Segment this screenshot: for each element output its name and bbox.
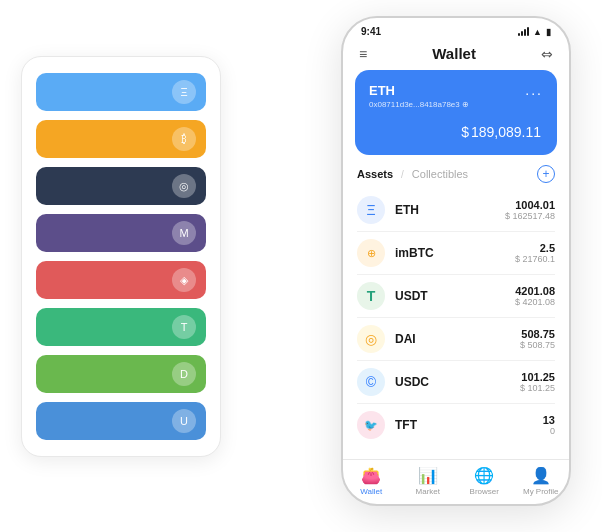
wallet-nav-icon: 👛 (361, 466, 381, 485)
asset-usd-dai: $ 508.75 (520, 340, 555, 350)
card-item[interactable]: U (36, 402, 206, 440)
status-time: 9:41 (361, 26, 381, 37)
asset-name-tft: TFT (395, 418, 543, 432)
card-item[interactable]: D (36, 355, 206, 393)
card-icon: Ξ (172, 80, 196, 104)
tab-collectibles[interactable]: Collectibles (412, 168, 468, 180)
asset-row-imbtc[interactable]: ⊕ imBTC 2.5 $ 21760.1 (357, 232, 555, 275)
asset-row-dai[interactable]: ◎ DAI 508.75 $ 508.75 (357, 318, 555, 361)
asset-icon-imbtc: ⊕ (357, 239, 385, 267)
phone-header: ≡ Wallet ⇔ (343, 41, 569, 70)
phone: 9:41 ▲ ▮ ≡ Wallet ⇔ ETH ... (341, 16, 571, 506)
asset-icon-usdt: T (357, 282, 385, 310)
asset-amount-eth: 1004.01 (505, 199, 555, 211)
card-item[interactable]: T (36, 308, 206, 346)
eth-card-top: ETH ... (369, 82, 543, 98)
asset-name-usdc: USDC (395, 375, 520, 389)
asset-amounts-usdt: 4201.08 $ 4201.08 (515, 285, 555, 307)
eth-address: 0x08711d3e...8418a78e3 ⊕ (369, 100, 543, 109)
asset-amounts-tft: 13 0 (543, 414, 555, 436)
asset-amounts-imbtc: 2.5 $ 21760.1 (515, 242, 555, 264)
menu-icon[interactable]: ≡ (359, 46, 367, 62)
nav-item-browser[interactable]: 🌐 Browser (456, 466, 513, 496)
card-item[interactable]: ₿ (36, 120, 206, 158)
tab-divider: / (401, 169, 404, 180)
card-stack: Ξ ₿ ◎ M ◈ T D U (21, 56, 221, 457)
tab-assets[interactable]: Assets (357, 168, 393, 180)
asset-icon-usdc: © (357, 368, 385, 396)
asset-icon-eth: Ξ (357, 196, 385, 224)
eth-more-icon[interactable]: ... (525, 82, 543, 98)
assets-tabs: Assets / Collectibles (357, 168, 468, 180)
expand-icon[interactable]: ⇔ (541, 46, 553, 62)
assets-header: Assets / Collectibles + (343, 165, 569, 189)
asset-list: Ξ ETH 1004.01 $ 162517.48 ⊕ imBTC 2.5 $ … (343, 189, 569, 459)
card-icon: ◎ (172, 174, 196, 198)
eth-balance: $189,089.11 (369, 117, 543, 143)
asset-amounts-dai: 508.75 $ 508.75 (520, 328, 555, 350)
wifi-icon: ▲ (533, 27, 542, 37)
market-nav-label: Market (416, 487, 440, 496)
asset-name-usdt: USDT (395, 289, 515, 303)
nav-item-profile[interactable]: 👤 My Profile (513, 466, 570, 496)
card-icon: D (172, 362, 196, 386)
asset-amount-dai: 508.75 (520, 328, 555, 340)
battery-icon: ▮ (546, 27, 551, 37)
asset-amount-tft: 13 (543, 414, 555, 426)
eth-card[interactable]: ETH ... 0x08711d3e...8418a78e3 ⊕ $189,08… (355, 70, 557, 155)
asset-usd-eth: $ 162517.48 (505, 211, 555, 221)
asset-amounts-eth: 1004.01 $ 162517.48 (505, 199, 555, 221)
status-icons: ▲ ▮ (518, 27, 551, 37)
wallet-nav-label: Wallet (360, 487, 382, 496)
profile-nav-icon: 👤 (531, 466, 551, 485)
market-nav-icon: 📊 (418, 466, 438, 485)
status-bar: 9:41 ▲ ▮ (343, 18, 569, 41)
asset-name-dai: DAI (395, 332, 520, 346)
card-icon: ₿ (172, 127, 196, 151)
asset-name-imbtc: imBTC (395, 246, 515, 260)
card-icon: U (172, 409, 196, 433)
card-item[interactable]: Ξ (36, 73, 206, 111)
eth-label: ETH (369, 83, 395, 98)
asset-usd-usdc: $ 101.25 (520, 383, 555, 393)
asset-icon-dai: ◎ (357, 325, 385, 353)
card-item[interactable]: ◈ (36, 261, 206, 299)
nav-item-wallet[interactable]: 👛 Wallet (343, 466, 400, 496)
card-icon: M (172, 221, 196, 245)
asset-row-eth[interactable]: Ξ ETH 1004.01 $ 162517.48 (357, 189, 555, 232)
nav-item-market[interactable]: 📊 Market (400, 466, 457, 496)
asset-row-usdc[interactable]: © USDC 101.25 $ 101.25 (357, 361, 555, 404)
asset-usd-usdt: $ 4201.08 (515, 297, 555, 307)
browser-nav-label: Browser (470, 487, 499, 496)
bottom-nav: 👛 Wallet 📊 Market 🌐 Browser 👤 My Profile (343, 459, 569, 504)
asset-amount-usdt: 4201.08 (515, 285, 555, 297)
scene: Ξ ₿ ◎ M ◈ T D U 9:41 (21, 16, 581, 516)
asset-amounts-usdc: 101.25 $ 101.25 (520, 371, 555, 393)
asset-row-tft[interactable]: 🐦 TFT 13 0 (357, 404, 555, 446)
asset-row-usdt[interactable]: T USDT 4201.08 $ 4201.08 (357, 275, 555, 318)
add-asset-button[interactable]: + (537, 165, 555, 183)
asset-amount-usdc: 101.25 (520, 371, 555, 383)
card-item[interactable]: ◎ (36, 167, 206, 205)
browser-nav-icon: 🌐 (474, 466, 494, 485)
card-item[interactable]: M (36, 214, 206, 252)
asset-name-eth: ETH (395, 203, 505, 217)
card-icon: T (172, 315, 196, 339)
profile-nav-label: My Profile (523, 487, 559, 496)
card-icon: ◈ (172, 268, 196, 292)
asset-usd-tft: 0 (543, 426, 555, 436)
asset-amount-imbtc: 2.5 (515, 242, 555, 254)
page-title: Wallet (432, 45, 476, 62)
asset-usd-imbtc: $ 21760.1 (515, 254, 555, 264)
signal-icon (518, 27, 529, 36)
asset-icon-tft: 🐦 (357, 411, 385, 439)
